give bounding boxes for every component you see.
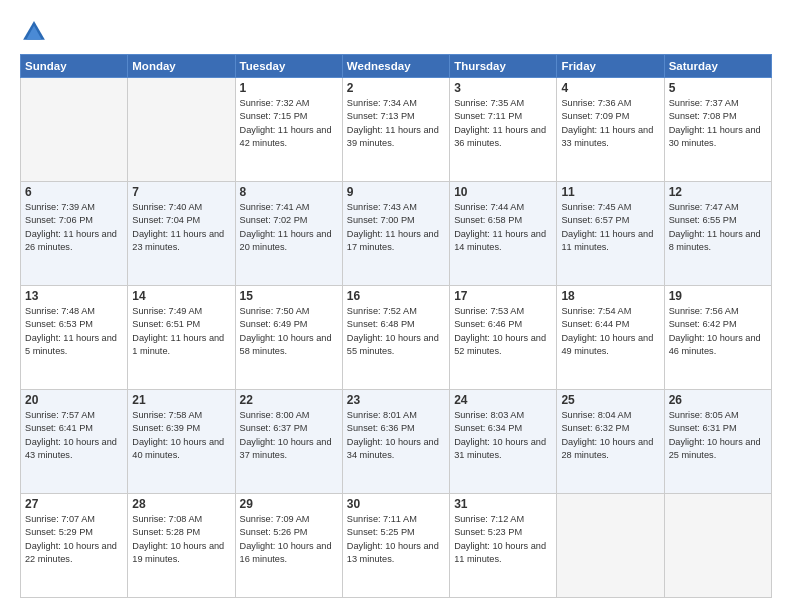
day-number: 7 [132, 185, 230, 199]
day-number: 18 [561, 289, 659, 303]
day-number: 24 [454, 393, 552, 407]
calendar-cell: 1Sunrise: 7:32 AMSunset: 7:15 PMDaylight… [235, 78, 342, 182]
day-number: 29 [240, 497, 338, 511]
day-info: Sunrise: 7:09 AMSunset: 5:26 PMDaylight:… [240, 513, 338, 566]
calendar-cell: 6Sunrise: 7:39 AMSunset: 7:06 PMDaylight… [21, 182, 128, 286]
day-number: 6 [25, 185, 123, 199]
day-number: 15 [240, 289, 338, 303]
calendar-cell: 22Sunrise: 8:00 AMSunset: 6:37 PMDayligh… [235, 390, 342, 494]
day-info: Sunrise: 7:48 AMSunset: 6:53 PMDaylight:… [25, 305, 123, 358]
calendar-cell: 4Sunrise: 7:36 AMSunset: 7:09 PMDaylight… [557, 78, 664, 182]
day-info: Sunrise: 7:36 AMSunset: 7:09 PMDaylight:… [561, 97, 659, 150]
calendar-cell: 30Sunrise: 7:11 AMSunset: 5:25 PMDayligh… [342, 494, 449, 598]
day-number: 31 [454, 497, 552, 511]
calendar-cell: 17Sunrise: 7:53 AMSunset: 6:46 PMDayligh… [450, 286, 557, 390]
day-info: Sunrise: 8:05 AMSunset: 6:31 PMDaylight:… [669, 409, 767, 462]
calendar-cell: 13Sunrise: 7:48 AMSunset: 6:53 PMDayligh… [21, 286, 128, 390]
day-number: 10 [454, 185, 552, 199]
calendar-cell [128, 78, 235, 182]
day-number: 5 [669, 81, 767, 95]
day-number: 28 [132, 497, 230, 511]
calendar-cell: 16Sunrise: 7:52 AMSunset: 6:48 PMDayligh… [342, 286, 449, 390]
day-number: 21 [132, 393, 230, 407]
day-info: Sunrise: 7:57 AMSunset: 6:41 PMDaylight:… [25, 409, 123, 462]
day-number: 4 [561, 81, 659, 95]
calendar-cell: 15Sunrise: 7:50 AMSunset: 6:49 PMDayligh… [235, 286, 342, 390]
day-info: Sunrise: 7:32 AMSunset: 7:15 PMDaylight:… [240, 97, 338, 150]
day-info: Sunrise: 7:34 AMSunset: 7:13 PMDaylight:… [347, 97, 445, 150]
day-number: 20 [25, 393, 123, 407]
calendar-cell: 2Sunrise: 7:34 AMSunset: 7:13 PMDaylight… [342, 78, 449, 182]
day-info: Sunrise: 7:41 AMSunset: 7:02 PMDaylight:… [240, 201, 338, 254]
calendar-cell: 24Sunrise: 8:03 AMSunset: 6:34 PMDayligh… [450, 390, 557, 494]
day-info: Sunrise: 7:37 AMSunset: 7:08 PMDaylight:… [669, 97, 767, 150]
day-number: 22 [240, 393, 338, 407]
day-info: Sunrise: 7:12 AMSunset: 5:23 PMDaylight:… [454, 513, 552, 566]
logo [20, 18, 52, 46]
day-number: 30 [347, 497, 445, 511]
calendar-cell [21, 78, 128, 182]
day-info: Sunrise: 7:45 AMSunset: 6:57 PMDaylight:… [561, 201, 659, 254]
day-header-saturday: Saturday [664, 55, 771, 78]
calendar-cell: 25Sunrise: 8:04 AMSunset: 6:32 PMDayligh… [557, 390, 664, 494]
day-info: Sunrise: 8:04 AMSunset: 6:32 PMDaylight:… [561, 409, 659, 462]
day-number: 23 [347, 393, 445, 407]
day-number: 27 [25, 497, 123, 511]
day-header-wednesday: Wednesday [342, 55, 449, 78]
calendar-cell: 9Sunrise: 7:43 AMSunset: 7:00 PMDaylight… [342, 182, 449, 286]
day-number: 25 [561, 393, 659, 407]
day-info: Sunrise: 7:40 AMSunset: 7:04 PMDaylight:… [132, 201, 230, 254]
week-row-1: 1Sunrise: 7:32 AMSunset: 7:15 PMDaylight… [21, 78, 772, 182]
day-number: 1 [240, 81, 338, 95]
calendar-cell: 21Sunrise: 7:58 AMSunset: 6:39 PMDayligh… [128, 390, 235, 494]
day-info: Sunrise: 7:35 AMSunset: 7:11 PMDaylight:… [454, 97, 552, 150]
calendar-cell: 7Sunrise: 7:40 AMSunset: 7:04 PMDaylight… [128, 182, 235, 286]
day-number: 16 [347, 289, 445, 303]
calendar-cell: 29Sunrise: 7:09 AMSunset: 5:26 PMDayligh… [235, 494, 342, 598]
day-info: Sunrise: 7:08 AMSunset: 5:28 PMDaylight:… [132, 513, 230, 566]
day-number: 26 [669, 393, 767, 407]
calendar-cell: 20Sunrise: 7:57 AMSunset: 6:41 PMDayligh… [21, 390, 128, 494]
calendar-cell: 27Sunrise: 7:07 AMSunset: 5:29 PMDayligh… [21, 494, 128, 598]
day-info: Sunrise: 7:49 AMSunset: 6:51 PMDaylight:… [132, 305, 230, 358]
day-info: Sunrise: 7:47 AMSunset: 6:55 PMDaylight:… [669, 201, 767, 254]
day-header-friday: Friday [557, 55, 664, 78]
day-number: 9 [347, 185, 445, 199]
week-row-5: 27Sunrise: 7:07 AMSunset: 5:29 PMDayligh… [21, 494, 772, 598]
day-number: 14 [132, 289, 230, 303]
calendar-cell: 10Sunrise: 7:44 AMSunset: 6:58 PMDayligh… [450, 182, 557, 286]
day-info: Sunrise: 7:56 AMSunset: 6:42 PMDaylight:… [669, 305, 767, 358]
calendar-cell: 3Sunrise: 7:35 AMSunset: 7:11 PMDaylight… [450, 78, 557, 182]
day-info: Sunrise: 7:44 AMSunset: 6:58 PMDaylight:… [454, 201, 552, 254]
day-info: Sunrise: 7:11 AMSunset: 5:25 PMDaylight:… [347, 513, 445, 566]
day-number: 12 [669, 185, 767, 199]
calendar-cell [664, 494, 771, 598]
day-number: 19 [669, 289, 767, 303]
day-info: Sunrise: 7:58 AMSunset: 6:39 PMDaylight:… [132, 409, 230, 462]
day-info: Sunrise: 8:00 AMSunset: 6:37 PMDaylight:… [240, 409, 338, 462]
day-info: Sunrise: 8:01 AMSunset: 6:36 PMDaylight:… [347, 409, 445, 462]
week-row-3: 13Sunrise: 7:48 AMSunset: 6:53 PMDayligh… [21, 286, 772, 390]
page: SundayMondayTuesdayWednesdayThursdayFrid… [0, 0, 792, 612]
calendar-header-row: SundayMondayTuesdayWednesdayThursdayFrid… [21, 55, 772, 78]
calendar-cell: 26Sunrise: 8:05 AMSunset: 6:31 PMDayligh… [664, 390, 771, 494]
calendar-cell: 31Sunrise: 7:12 AMSunset: 5:23 PMDayligh… [450, 494, 557, 598]
calendar-cell: 19Sunrise: 7:56 AMSunset: 6:42 PMDayligh… [664, 286, 771, 390]
day-number: 2 [347, 81, 445, 95]
day-info: Sunrise: 7:50 AMSunset: 6:49 PMDaylight:… [240, 305, 338, 358]
day-info: Sunrise: 7:52 AMSunset: 6:48 PMDaylight:… [347, 305, 445, 358]
day-number: 8 [240, 185, 338, 199]
day-number: 17 [454, 289, 552, 303]
logo-icon [20, 18, 48, 46]
day-info: Sunrise: 8:03 AMSunset: 6:34 PMDaylight:… [454, 409, 552, 462]
day-number: 13 [25, 289, 123, 303]
calendar-cell: 5Sunrise: 7:37 AMSunset: 7:08 PMDaylight… [664, 78, 771, 182]
day-header-monday: Monday [128, 55, 235, 78]
header [20, 18, 772, 46]
day-number: 3 [454, 81, 552, 95]
day-info: Sunrise: 7:53 AMSunset: 6:46 PMDaylight:… [454, 305, 552, 358]
day-header-thursday: Thursday [450, 55, 557, 78]
day-info: Sunrise: 7:39 AMSunset: 7:06 PMDaylight:… [25, 201, 123, 254]
calendar-cell: 14Sunrise: 7:49 AMSunset: 6:51 PMDayligh… [128, 286, 235, 390]
calendar-cell: 28Sunrise: 7:08 AMSunset: 5:28 PMDayligh… [128, 494, 235, 598]
